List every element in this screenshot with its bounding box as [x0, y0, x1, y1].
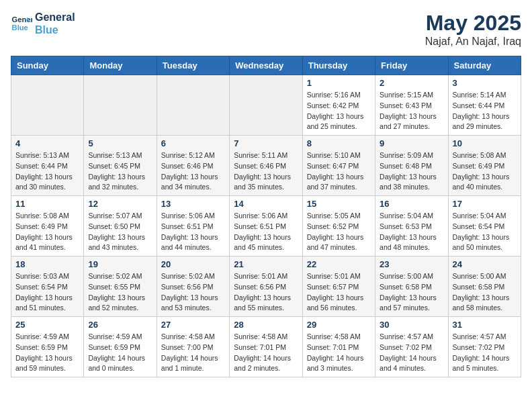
day-info: Sunrise: 5:04 AM Sunset: 6:53 PM Dayligh…: [380, 211, 443, 253]
calendar-day-23: 23Sunrise: 5:00 AM Sunset: 6:58 PM Dayli…: [375, 257, 448, 317]
day-number: 6: [161, 138, 225, 148]
day-info: Sunrise: 5:01 AM Sunset: 6:57 PM Dayligh…: [307, 271, 371, 314]
day-number: 17: [453, 199, 517, 209]
calendar-week-row: 25Sunrise: 4:59 AM Sunset: 6:59 PM Dayli…: [11, 317, 521, 377]
calendar-day-26: 26Sunrise: 4:59 AM Sunset: 6:59 PM Dayli…: [84, 317, 157, 377]
calendar-day-9: 9Sunrise: 5:09 AM Sunset: 6:48 PM Daylig…: [375, 136, 448, 196]
calendar-header-row: SundayMondayTuesdayWednesdayThursdayFrid…: [11, 56, 521, 75]
day-number: 25: [15, 320, 79, 330]
day-info: Sunrise: 5:06 AM Sunset: 6:51 PM Dayligh…: [161, 211, 225, 253]
day-number: 8: [307, 138, 371, 148]
day-info: Sunrise: 5:13 AM Sunset: 6:45 PM Dayligh…: [88, 150, 152, 193]
day-number: 11: [15, 199, 79, 209]
header-saturday: Saturday: [448, 56, 521, 75]
page-header: General Blue General Blue May 2025 Najaf…: [11, 11, 521, 48]
day-number: 24: [453, 259, 517, 269]
calendar-day-empty: [157, 75, 229, 136]
calendar-day-13: 13Sunrise: 5:06 AM Sunset: 6:51 PM Dayli…: [157, 196, 229, 257]
day-info: Sunrise: 5:14 AM Sunset: 6:44 PM Dayligh…: [453, 90, 517, 132]
day-number: 27: [161, 320, 225, 330]
day-number: 1: [307, 78, 371, 88]
logo-line1: General: [35, 11, 75, 24]
calendar-day-4: 4Sunrise: 5:13 AM Sunset: 6:44 PM Daylig…: [11, 136, 84, 196]
day-number: 20: [161, 259, 225, 269]
day-info: Sunrise: 5:12 AM Sunset: 6:46 PM Dayligh…: [161, 150, 225, 193]
day-number: 9: [380, 138, 443, 148]
calendar-week-row: 18Sunrise: 5:03 AM Sunset: 6:54 PM Dayli…: [11, 257, 521, 317]
calendar-day-15: 15Sunrise: 5:05 AM Sunset: 6:52 PM Dayli…: [302, 196, 375, 257]
month-title: May 2025: [425, 11, 521, 36]
day-info: Sunrise: 4:58 AM Sunset: 7:01 PM Dayligh…: [307, 332, 371, 374]
day-info: Sunrise: 5:16 AM Sunset: 6:42 PM Dayligh…: [307, 90, 371, 132]
calendar-day-24: 24Sunrise: 5:00 AM Sunset: 6:58 PM Dayli…: [448, 257, 521, 317]
day-info: Sunrise: 5:02 AM Sunset: 6:56 PM Dayligh…: [161, 271, 225, 314]
calendar-day-2: 2Sunrise: 5:15 AM Sunset: 6:43 PM Daylig…: [375, 75, 448, 136]
header-monday: Monday: [84, 56, 157, 75]
day-info: Sunrise: 4:58 AM Sunset: 7:00 PM Dayligh…: [161, 332, 225, 374]
day-info: Sunrise: 5:00 AM Sunset: 6:58 PM Dayligh…: [453, 271, 517, 314]
header-thursday: Thursday: [302, 56, 375, 75]
day-number: 19: [88, 259, 152, 269]
day-info: Sunrise: 5:05 AM Sunset: 6:52 PM Dayligh…: [307, 211, 371, 253]
calendar-day-17: 17Sunrise: 5:04 AM Sunset: 6:54 PM Dayli…: [448, 196, 521, 257]
svg-text:Blue: Blue: [12, 24, 28, 32]
day-number: 3: [453, 78, 517, 88]
day-info: Sunrise: 5:08 AM Sunset: 6:49 PM Dayligh…: [15, 211, 79, 253]
calendar-day-30: 30Sunrise: 4:57 AM Sunset: 7:02 PM Dayli…: [375, 317, 448, 377]
calendar-day-1: 1Sunrise: 5:16 AM Sunset: 6:42 PM Daylig…: [302, 75, 375, 136]
day-info: Sunrise: 5:02 AM Sunset: 6:55 PM Dayligh…: [88, 271, 152, 314]
day-number: 22: [307, 259, 371, 269]
calendar-day-16: 16Sunrise: 5:04 AM Sunset: 6:53 PM Dayli…: [375, 196, 448, 257]
logo: General Blue General Blue: [11, 11, 75, 36]
day-info: Sunrise: 5:07 AM Sunset: 6:50 PM Dayligh…: [88, 211, 152, 253]
day-info: Sunrise: 5:04 AM Sunset: 6:54 PM Dayligh…: [453, 211, 517, 253]
day-info: Sunrise: 5:01 AM Sunset: 6:56 PM Dayligh…: [234, 271, 298, 314]
day-info: Sunrise: 4:59 AM Sunset: 6:59 PM Dayligh…: [88, 332, 152, 374]
calendar-day-21: 21Sunrise: 5:01 AM Sunset: 6:56 PM Dayli…: [230, 257, 302, 317]
calendar-day-31: 31Sunrise: 4:57 AM Sunset: 7:02 PM Dayli…: [448, 317, 521, 377]
calendar-week-row: 4Sunrise: 5:13 AM Sunset: 6:44 PM Daylig…: [11, 136, 521, 196]
day-number: 15: [307, 199, 371, 209]
day-number: 16: [380, 199, 443, 209]
calendar-day-7: 7Sunrise: 5:11 AM Sunset: 6:46 PM Daylig…: [230, 136, 302, 196]
day-info: Sunrise: 5:11 AM Sunset: 6:46 PM Dayligh…: [234, 150, 298, 193]
day-info: Sunrise: 4:57 AM Sunset: 7:02 PM Dayligh…: [380, 332, 443, 374]
calendar-day-6: 6Sunrise: 5:12 AM Sunset: 6:46 PM Daylig…: [157, 136, 229, 196]
day-number: 5: [88, 138, 152, 148]
day-number: 14: [234, 199, 298, 209]
day-info: Sunrise: 5:10 AM Sunset: 6:47 PM Dayligh…: [307, 150, 371, 193]
calendar-day-29: 29Sunrise: 4:58 AM Sunset: 7:01 PM Dayli…: [302, 317, 375, 377]
header-tuesday: Tuesday: [157, 56, 229, 75]
calendar-week-row: 1Sunrise: 5:16 AM Sunset: 6:42 PM Daylig…: [11, 75, 521, 136]
calendar-day-empty: [230, 75, 302, 136]
calendar-day-27: 27Sunrise: 4:58 AM Sunset: 7:00 PM Dayli…: [157, 317, 229, 377]
calendar-day-14: 14Sunrise: 5:06 AM Sunset: 6:51 PM Dayli…: [230, 196, 302, 257]
day-number: 18: [15, 259, 79, 269]
header-sunday: Sunday: [11, 56, 84, 75]
calendar-day-empty: [11, 75, 84, 136]
calendar-day-10: 10Sunrise: 5:08 AM Sunset: 6:49 PM Dayli…: [448, 136, 521, 196]
day-info: Sunrise: 5:13 AM Sunset: 6:44 PM Dayligh…: [15, 150, 79, 193]
day-number: 12: [88, 199, 152, 209]
day-number: 21: [234, 259, 298, 269]
calendar-day-8: 8Sunrise: 5:10 AM Sunset: 6:47 PM Daylig…: [302, 136, 375, 196]
svg-text:General: General: [12, 16, 32, 24]
location-title: Najaf, An Najaf, Iraq: [425, 36, 521, 48]
day-info: Sunrise: 5:00 AM Sunset: 6:58 PM Dayligh…: [380, 271, 443, 314]
day-number: 26: [88, 320, 152, 330]
calendar-day-28: 28Sunrise: 4:58 AM Sunset: 7:01 PM Dayli…: [230, 317, 302, 377]
day-info: Sunrise: 5:15 AM Sunset: 6:43 PM Dayligh…: [380, 90, 443, 132]
title-block: May 2025 Najaf, An Najaf, Iraq: [425, 11, 521, 48]
logo-line2: Blue: [35, 24, 75, 36]
day-info: Sunrise: 4:59 AM Sunset: 6:59 PM Dayligh…: [15, 332, 79, 374]
calendar-day-3: 3Sunrise: 5:14 AM Sunset: 6:44 PM Daylig…: [448, 75, 521, 136]
day-number: 10: [453, 138, 517, 148]
calendar-day-12: 12Sunrise: 5:07 AM Sunset: 6:50 PM Dayli…: [84, 196, 157, 257]
calendar-day-empty: [84, 75, 157, 136]
calendar-day-20: 20Sunrise: 5:02 AM Sunset: 6:56 PM Dayli…: [157, 257, 229, 317]
day-number: 13: [161, 199, 225, 209]
day-info: Sunrise: 4:58 AM Sunset: 7:01 PM Dayligh…: [234, 332, 298, 374]
logo-icon: General Blue: [11, 13, 32, 34]
day-info: Sunrise: 5:08 AM Sunset: 6:49 PM Dayligh…: [453, 150, 517, 193]
day-info: Sunrise: 5:09 AM Sunset: 6:48 PM Dayligh…: [380, 150, 443, 193]
